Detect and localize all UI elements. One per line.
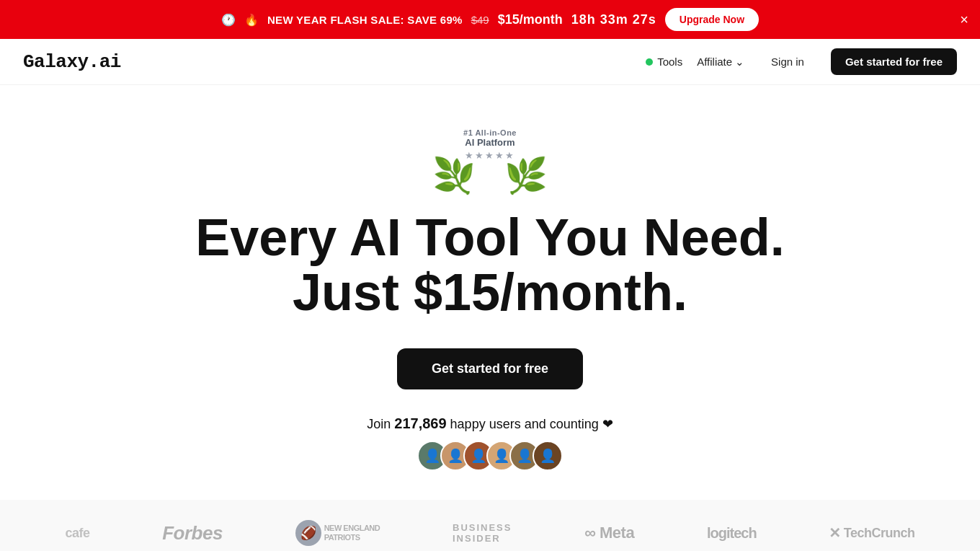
cafe-logo: cafe (65, 526, 89, 541)
headline-line-2: Just $15/month. (293, 263, 687, 321)
upgrade-now-button[interactable]: Upgrade Now (665, 8, 759, 31)
laurel-right-icon: 🌿 (504, 159, 548, 193)
social-proof-text: Join 217,869 happy users and counting ❤ (367, 415, 613, 432)
badge-text-group: #1 All-in-One AI Platform ★★★★★ (447, 128, 533, 161)
badge-title: AI Platform (465, 137, 514, 149)
sale-text: NEW YEAR FLASH SALE: SAVE 69% (267, 14, 463, 26)
hero-cta-button[interactable]: Get started for free (397, 348, 583, 389)
user-avatars: 👤 👤 👤 👤 👤 👤 (417, 441, 563, 471)
promo-banner: 🕐 🔥 NEW YEAR FLASH SALE: SAVE 69% $49 $1… (0, 0, 980, 39)
affiliate-nav-item[interactable]: Affiliate ⌄ (697, 56, 744, 69)
brand-logos-strip: cafe Forbes 🏈 New EnglandPatriots BUSINE… (0, 500, 980, 551)
hero-headline: Every AI Tool You Need. Just $15/month. (195, 211, 785, 319)
award-badge: 🌿 🌿 #1 All-in-One AI Platform ★★★★★ (432, 128, 548, 193)
close-banner-button[interactable]: × (960, 12, 968, 27)
badge-hashtag: #1 All-in-One (463, 128, 517, 137)
headline-line-1: Every AI Tool You Need. (195, 208, 785, 266)
forbes-logo: Forbes (162, 522, 223, 545)
chevron-down-icon: ⌄ (735, 56, 744, 69)
original-price: $49 (471, 14, 489, 26)
get-started-nav-button[interactable]: Get started for free (831, 48, 957, 75)
site-logo[interactable]: Galaxy.ai (23, 51, 121, 73)
logitech-logo: logitech (707, 525, 757, 542)
tools-nav-item[interactable]: Tools (646, 56, 682, 68)
patriots-text: New EnglandPatriots (324, 524, 380, 542)
green-dot-icon (646, 58, 653, 66)
hero-section: 🌿 🌿 #1 All-in-One AI Platform ★★★★★ Ever… (0, 85, 980, 500)
countdown-timer: 18h 33m 27s (571, 12, 656, 27)
sale-price: $15/month (498, 12, 563, 27)
fire-emoji: 🔥 (244, 13, 259, 27)
affiliate-label: Affiliate (697, 56, 732, 68)
laurel-left-icon: 🌿 (432, 159, 476, 193)
main-nav: Galaxy.ai Tools Affiliate ⌄ Sign in Get … (0, 39, 980, 85)
user-count: 217,869 (394, 415, 446, 431)
social-proof-suffix: happy users and counting (450, 417, 599, 431)
clock-icon: 🕐 (221, 13, 236, 27)
laurel-wreath: 🌿 🌿 #1 All-in-One AI Platform ★★★★★ (432, 128, 548, 193)
patriots-logo: 🏈 New EnglandPatriots (295, 520, 380, 546)
nav-right-group: Tools Affiliate ⌄ Sign in Get started fo… (646, 48, 957, 75)
social-proof-group: Join 217,869 happy users and counting ❤ … (367, 415, 613, 471)
tools-label: Tools (657, 56, 682, 68)
signin-button[interactable]: Sign in (759, 49, 816, 74)
badge-stars: ★★★★★ (465, 150, 515, 161)
social-proof-prefix: Join (367, 417, 391, 431)
meta-logo: ∞ Meta (584, 524, 634, 542)
techcrunch-logo: ✕TechCrunch (829, 524, 914, 542)
heart-icon: ❤ (602, 417, 613, 431)
business-insider-logo: BUSINESSINSIDER (453, 522, 512, 544)
patriots-shield-icon: 🏈 (295, 520, 321, 546)
avatar-6: 👤 (533, 441, 563, 471)
